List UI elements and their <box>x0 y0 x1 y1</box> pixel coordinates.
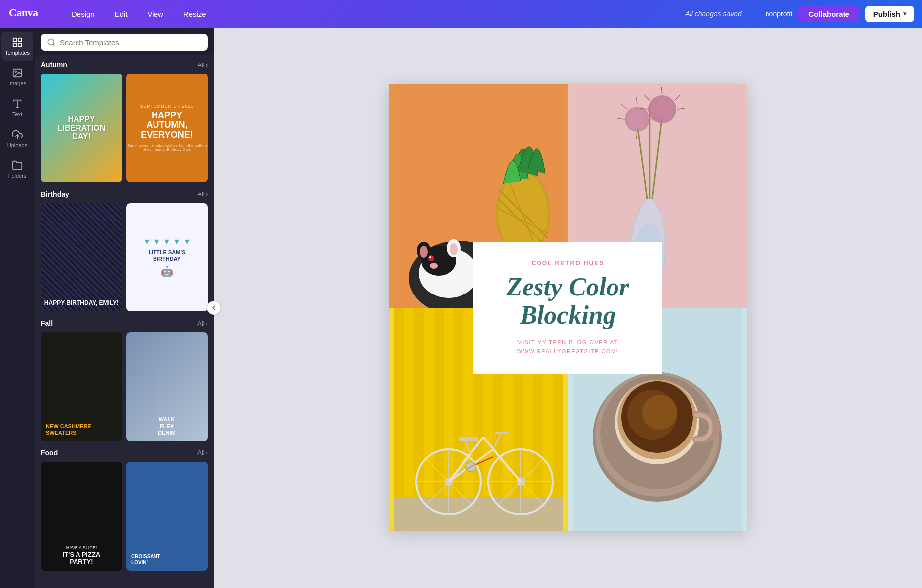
svg-rect-49 <box>394 308 404 497</box>
overlay-title: Zesty Color Blocking <box>495 273 640 329</box>
menu-view[interactable]: View <box>144 8 167 20</box>
publish-button[interactable]: Publish ▾ <box>865 6 914 22</box>
svg-point-28 <box>450 243 458 255</box>
sidebar-item-folders[interactable]: Folders <box>1 155 33 184</box>
svg-rect-1 <box>13 38 16 41</box>
fall-section-title: Fall <box>41 319 53 327</box>
food-section: Food All › HAVE A SLICE! IT'S A PIZZAPAR… <box>35 443 214 573</box>
template-fall-1[interactable]: NEW CASHMERESWEATERS! <box>41 332 122 441</box>
autumn-templates: HAPPYLIBERATIONDAY! SEPTEMBER 1 • 2023 H… <box>41 74 208 182</box>
chevron-left-icon <box>211 305 217 311</box>
svg-point-26 <box>420 246 428 258</box>
text-label: Text <box>12 111 22 117</box>
templates-panel: Autumn All › HAPPYLIBERATIONDAY! SEP <box>35 28 214 588</box>
template-birthday-2[interactable]: ▼ ▼ ▼ ▼ ▼ LITTLE SAM'SBIRTHDAY 🤖 <box>126 203 208 312</box>
template-food-2[interactable]: CROISSANTLOVIN' <box>126 462 208 571</box>
autumn-section-header: Autumn All › <box>41 61 208 69</box>
search-input[interactable] <box>60 38 202 47</box>
design-canvas[interactable]: COOL RETRO HUES Zesty Color Blocking VIS… <box>389 84 747 531</box>
svg-rect-4 <box>18 43 21 46</box>
chevron-right-icon: › <box>206 61 208 69</box>
overlay-subtitle: COOL RETRO HUES <box>495 260 640 267</box>
birthday-templates: HAPPY BIRTHDAY, EMILY! ▼ ▼ ▼ ▼ ▼ LITTLE … <box>41 203 208 312</box>
svg-rect-58 <box>394 497 563 531</box>
search-icon <box>47 38 56 47</box>
svg-rect-2 <box>18 38 21 41</box>
template-autumn-1[interactable]: HAPPYLIBERATIONDAY! <box>41 74 122 182</box>
fall1-card-text: NEW CASHMERESWEATERS! <box>46 423 91 436</box>
birthday-section-header: Birthday All › <box>41 190 208 198</box>
fall-section-header: Fall All › <box>41 319 208 327</box>
sidebar-item-uploads[interactable]: Uploads <box>1 124 33 153</box>
food1-top: HAVE A SLICE! <box>66 545 97 550</box>
search-bar-wrapper <box>35 28 214 55</box>
svg-point-34 <box>628 110 646 128</box>
canvas-area: COOL RETRO HUES Zesty Color Blocking VIS… <box>214 28 922 588</box>
template-autumn-2[interactable]: SEPTEMBER 1 • 2023 HAPPYAUTUMN,EVERYONE!… <box>126 74 208 182</box>
overlay-body: VISIT MY TEEN BLOG OVER ATWWW.REALLYGREA… <box>495 339 640 356</box>
template-birthday-1[interactable]: HAPPY BIRTHDAY, EMILY! <box>41 203 122 312</box>
menu-edit[interactable]: Edit <box>111 8 132 20</box>
food-section-header: Food All › <box>41 449 208 457</box>
chevron-right-icon-fall: › <box>206 320 208 327</box>
birthday-section-title: Birthday <box>41 190 69 198</box>
menu-resize[interactable]: Resize <box>179 8 210 20</box>
fall2-card-text: WALKFLEXDENIM <box>158 416 175 436</box>
grid-icon <box>12 37 23 48</box>
birthday-all-link[interactable]: All › <box>197 190 208 198</box>
autumn2-card-sub: Sending you birthday wishes from the bot… <box>127 143 207 152</box>
autumn-section: Autumn All › HAPPYLIBERATIONDAY! SEP <box>35 55 214 184</box>
hide-panel-button[interactable] <box>207 301 221 315</box>
svg-rect-77 <box>459 437 478 441</box>
template-food-1[interactable]: HAVE A SLICE! IT'S A PIZZAPARTY! <box>41 462 122 571</box>
upload-icon <box>12 129 23 140</box>
fall-all-link[interactable]: All › <box>197 320 208 327</box>
image-icon <box>12 68 23 78</box>
folders-label: Folders <box>8 173 27 179</box>
svg-point-22 <box>430 263 438 269</box>
template-fall-2[interactable]: WALKFLEXDENIM <box>126 332 208 441</box>
food-all-link[interactable]: All › <box>197 449 208 456</box>
svg-line-11 <box>53 44 54 45</box>
svg-point-91 <box>642 395 677 430</box>
autumn-all-link[interactable]: All › <box>197 61 208 69</box>
collaborate-button[interactable]: Collaborate <box>798 6 859 22</box>
birthday2-card-text: LITTLE SAM'SBIRTHDAY <box>149 249 186 262</box>
birthday2-flags: ▼ ▼ ▼ ▼ ▼ <box>143 237 191 246</box>
sidebar-item-templates[interactable]: Templates <box>1 32 33 61</box>
chevron-right-icon-bday: › <box>206 190 208 198</box>
sidebar-item-images[interactable]: Images <box>1 63 33 91</box>
svg-rect-3 <box>13 43 16 46</box>
svg-text:Canva: Canva <box>9 6 38 19</box>
food-section-title: Food <box>41 449 58 457</box>
panel-wrapper: Autumn All › HAPPYLIBERATIONDAY! SEP <box>35 28 214 588</box>
folder-icon <box>12 160 23 171</box>
food1-card-text: IT'S A PIZZAPARTY! <box>63 551 101 566</box>
sidebar-item-text[interactable]: Text <box>1 93 33 122</box>
birthday-section: Birthday All › HAPPY BIRTHDAY, EMILY! <box>35 184 214 314</box>
publish-caret-icon: ▾ <box>903 10 906 17</box>
svg-point-10 <box>48 39 54 45</box>
canvas-center-overlay: COOL RETRO HUES Zesty Color Blocking VIS… <box>473 242 662 374</box>
food-templates: HAVE A SLICE! IT'S A PIZZAPARTY! CROISSA… <box>41 462 208 571</box>
uploads-label: Uploads <box>7 142 27 148</box>
fall-templates: NEW CASHMERESWEATERS! WALKFLEXDENIM <box>41 332 208 441</box>
svg-point-42 <box>652 99 672 119</box>
food2-card-text: CROISSANTLOVIN' <box>131 554 160 566</box>
text-icon <box>12 98 23 109</box>
main-layout: Templates Images Text Uploads <box>0 28 922 588</box>
autumn-section-title: Autumn <box>41 61 67 69</box>
templates-label: Templates <box>5 50 30 56</box>
app-logo[interactable]: Canva <box>8 5 48 22</box>
autumn2-card-text: HAPPYAUTUMN,EVERYONE! <box>141 111 193 140</box>
svg-point-24 <box>429 256 431 258</box>
menu-design[interactable]: Design <box>68 8 99 20</box>
icon-sidebar: Templates Images Text Uploads <box>0 28 35 588</box>
birthday2-robot: 🤖 <box>161 265 173 277</box>
top-navigation: Canva Design Edit View Resize All change… <box>0 0 922 28</box>
autumn1-card-text: HAPPYLIBERATIONDAY! <box>56 113 108 143</box>
autumn2-date: SEPTEMBER 1 • 2023 <box>140 104 194 109</box>
search-bar <box>41 34 208 51</box>
nonprofit-label: nonprofit <box>766 10 792 18</box>
images-label: Images <box>8 80 26 86</box>
